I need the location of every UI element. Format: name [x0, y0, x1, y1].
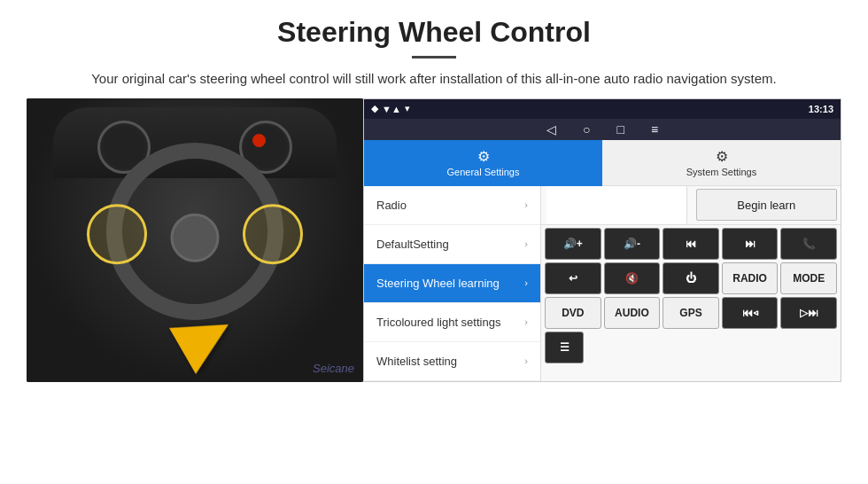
vol-up-icon: 🔊+: [563, 238, 583, 250]
dvd-button[interactable]: DVD: [545, 297, 601, 329]
controls-row-4: ☰: [545, 332, 837, 363]
android-panel: ◆ ▼▲ ▾ 13:13 ◁ ○ □ ≡ ⚙ General Settings …: [363, 98, 841, 382]
menu-item-steering-label: Steering Wheel learning: [376, 277, 500, 290]
android-main: Radio › DefaultSetting › Steering Wheel …: [364, 186, 841, 381]
status-bar: ◆ ▼▲ ▾ 13:13: [364, 99, 841, 119]
recent-icon[interactable]: □: [616, 122, 624, 137]
menu-item-tricoloured-label: Tricoloured light settings: [376, 316, 500, 329]
vol-down-icon: 🔊-: [624, 238, 640, 250]
tab-bar: ⚙ General Settings ⚙ System Settings: [364, 140, 841, 186]
right-panel: Begin learn 🔊+ 🔊- ⏮ ⏭ 📞 ↩ 🔇: [541, 186, 841, 381]
blank-input-area: [546, 186, 687, 224]
power-button[interactable]: ⏻: [663, 262, 719, 294]
next-track-icon: ⏭: [745, 238, 756, 250]
dvd-label: DVD: [562, 307, 584, 319]
watermark: Seicane: [313, 362, 354, 375]
phone-button[interactable]: 📞: [780, 228, 837, 260]
chevron-icon: ›: [524, 277, 528, 288]
left-menu: Radio › DefaultSetting › Steering Wheel …: [364, 186, 541, 381]
wifi-icon: ▾: [405, 103, 410, 114]
mute-icon: 🔇: [625, 272, 639, 285]
menu-item-defaultsetting-label: DefaultSetting: [376, 238, 449, 251]
tab-general[interactable]: ⚙ General Settings: [364, 140, 602, 186]
status-icons: ◆ ▼▲ ▾: [371, 103, 410, 114]
begin-learn-button[interactable]: Begin learn: [696, 189, 838, 221]
back-icon[interactable]: ◁: [546, 122, 556, 137]
home-icon[interactable]: ○: [583, 122, 590, 137]
title-divider: [412, 56, 456, 59]
chevron-icon: ›: [524, 316, 528, 327]
left-button-group: [87, 204, 147, 264]
call-icon: ↩: [569, 272, 577, 285]
page-title: Steering Wheel Control: [35, 16, 833, 49]
gps-label: GPS: [679, 307, 701, 319]
menu-icon: ☰: [560, 341, 570, 354]
signal-icon: ▼▲: [382, 104, 401, 114]
controls-row-2: ↩ 🔇 ⏻ RADIO MODE: [545, 262, 837, 294]
general-settings-icon: ⚙: [477, 148, 490, 165]
menu-item-radio[interactable]: Radio ›: [364, 186, 540, 225]
menu-item-tricoloured[interactable]: Tricoloured light settings ›: [364, 303, 540, 342]
page-header: Steering Wheel Control Your original car…: [0, 0, 868, 98]
red-indicator: [252, 134, 266, 147]
tab-system[interactable]: ⚙ System Settings: [602, 140, 841, 186]
chevron-icon: ›: [524, 238, 528, 249]
arrow-container: [179, 311, 232, 364]
menu-icon[interactable]: ≡: [651, 122, 658, 137]
next2-icon: ▷⏭: [800, 307, 818, 319]
menu-item-whitelist-label: Whitelist setting: [376, 355, 457, 368]
next-track-button[interactable]: ⏭: [722, 228, 779, 260]
prev2-button[interactable]: ⏮◁: [722, 297, 779, 329]
phone-icon: 📞: [802, 238, 816, 250]
menu-item-defaultsetting[interactable]: DefaultSetting ›: [364, 225, 540, 264]
gps-icon: ◆: [371, 103, 378, 114]
nav-bar: ◁ ○ □ ≡: [364, 119, 841, 140]
controls-row-3: DVD AUDIO GPS ⏮◁ ▷⏭: [545, 297, 837, 329]
right-button-group: [243, 204, 303, 264]
menu-item-radio-label: Radio: [376, 199, 407, 212]
radio-label: RADIO: [732, 272, 767, 285]
gps-button[interactable]: GPS: [663, 297, 719, 329]
call-button[interactable]: ↩: [545, 262, 601, 294]
menu-button[interactable]: ☰: [545, 332, 584, 363]
mode-button[interactable]: MODE: [780, 262, 837, 294]
power-icon: ⏻: [686, 272, 696, 285]
system-settings-label: System Settings: [686, 167, 756, 177]
prev-track-icon: ⏮: [686, 238, 696, 250]
menu-item-whitelist[interactable]: Whitelist setting ›: [364, 342, 540, 381]
vol-down-button[interactable]: 🔊-: [604, 228, 661, 260]
audio-button[interactable]: AUDIO: [604, 297, 661, 329]
system-settings-icon: ⚙: [716, 148, 728, 165]
menu-item-steering[interactable]: Steering Wheel learning ›: [364, 264, 540, 303]
arrow-icon: [169, 301, 242, 374]
right-top: Begin learn: [541, 186, 841, 225]
prev2-icon: ⏮◁: [742, 307, 758, 319]
chevron-icon: ›: [524, 199, 528, 210]
chevron-icon: ›: [524, 355, 528, 366]
page-subtitle: Your original car's steering wheel contr…: [71, 69, 797, 90]
status-time: 13:13: [809, 104, 833, 114]
mute-button[interactable]: 🔇: [604, 262, 661, 294]
radio-button[interactable]: RADIO: [722, 262, 779, 294]
audio-label: AUDIO: [615, 307, 649, 319]
controls-row-1: 🔊+ 🔊- ⏮ ⏭ 📞: [545, 228, 837, 260]
steering-wheel-center: [171, 213, 220, 262]
prev-track-button[interactable]: ⏮: [663, 228, 719, 260]
content-area: Seicane ◆ ▼▲ ▾ 13:13 ◁ ○ □ ≡ ⚙ General S…: [0, 98, 868, 391]
steering-wheel-image: Seicane: [27, 98, 363, 382]
general-settings-label: General Settings: [447, 167, 520, 177]
vol-up-button[interactable]: 🔊+: [545, 228, 601, 260]
mode-label: MODE: [793, 272, 825, 285]
next2-button[interactable]: ▷⏭: [780, 297, 837, 329]
controls-grid: 🔊+ 🔊- ⏮ ⏭ 📞 ↩ 🔇 ⏻ RADIO MODE: [541, 225, 841, 366]
